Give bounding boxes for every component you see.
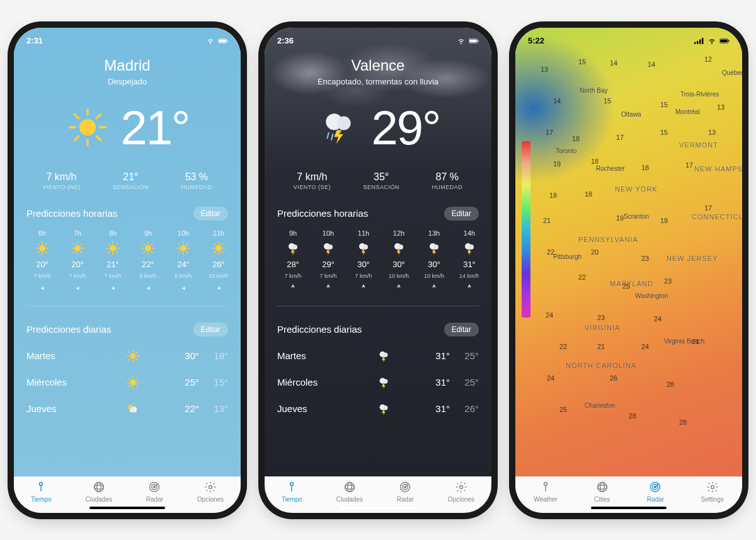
home-indicator[interactable] (340, 507, 416, 509)
map-temp-value: 15 (660, 129, 668, 136)
tab-cities[interactable]: Cities (594, 481, 610, 503)
map-temp-value: 15 (578, 58, 586, 66)
tab-radar[interactable]: Radar (397, 481, 414, 503)
hour-label: 12h (393, 229, 404, 237)
edit-daily-button[interactable]: Editar (444, 323, 479, 336)
thunderstorm-icon (316, 105, 360, 149)
map-place-label: Scranton (624, 213, 649, 220)
tab-opciones[interactable]: Opciones (448, 481, 474, 503)
map-temp-value: 13 (717, 103, 724, 111)
tab-icon (343, 481, 356, 495)
status-icons (694, 37, 730, 45)
hour-column[interactable]: 10h24°8 km/h (168, 229, 199, 294)
svg-point-95 (130, 408, 134, 412)
map-place-label: Rochester (596, 165, 625, 172)
home-indicator[interactable] (591, 507, 667, 509)
map-temp-value: 28 (679, 418, 687, 426)
stat-wind: 7 km/hVIENTO (NE) (43, 171, 81, 190)
hour-column[interactable]: 6h20°7 km/h (26, 229, 58, 294)
svg-point-3 (79, 119, 95, 135)
home-indicator[interactable] (89, 507, 165, 509)
hour-column[interactable]: 9h28°7 km/h (277, 229, 309, 294)
hour-wind: 7 km/h (284, 273, 301, 279)
svg-point-124 (469, 244, 474, 250)
hour-temp: 22° (142, 260, 154, 269)
daily-row[interactable]: Miércoles31°25° (277, 369, 479, 396)
hour-column[interactable]: 8h21°7 km/h (97, 229, 129, 294)
city-name: Madrid (26, 57, 228, 74)
hourly-row[interactable]: 9h28°7 km/h10h29°7 km/h11h30°7 km/h12h30… (277, 229, 479, 294)
daily-row[interactable]: Martes30°18° (26, 343, 228, 369)
stats-row: 7 km/hVIENTO (SE) 35°SENSACIÓN 87 %HUMED… (277, 171, 479, 190)
svg-point-116 (328, 244, 333, 250)
hourly-row[interactable]: 6h20°7 km/h7h20°7 km/h8h21°7 km/h9h22°8 … (26, 229, 228, 294)
hour-label: 14h (464, 229, 475, 237)
day-weather-icon (346, 376, 421, 389)
day-high: 31° (421, 403, 450, 414)
tab-tiempo[interactable]: Tiempo (282, 481, 302, 503)
map-place-label: Washington (635, 292, 668, 299)
daily-row[interactable]: Jueves31°26° (277, 396, 479, 422)
map-temp-value: 18 (549, 192, 557, 199)
feels-value: 21° (113, 171, 149, 183)
tab-tiempo[interactable]: Tiempo (31, 481, 52, 503)
hour-column[interactable]: 7h20°7 km/h (62, 229, 93, 294)
tab-ciudades[interactable]: Ciudades (336, 481, 363, 503)
hour-column[interactable]: 14h31°14 km/h (454, 229, 479, 294)
tab-radar[interactable]: Radar (647, 481, 664, 503)
daily-row[interactable]: Miércoles25°15° (26, 369, 228, 396)
tab-ciudades[interactable]: Ciudades (86, 481, 112, 503)
hourly-header: Predicciones horarias Editar (26, 207, 228, 221)
svg-line-36 (116, 251, 117, 253)
tab-icon (399, 481, 411, 495)
edit-daily-button[interactable]: Editar (193, 323, 228, 336)
hour-column[interactable]: 13h30°10 km/h (418, 229, 450, 294)
edit-hourly-button[interactable]: Editar (444, 207, 479, 221)
tab-radar[interactable]: Radar (146, 481, 163, 503)
map-temp-value: 14 (648, 60, 655, 68)
hour-temp: 26° (212, 260, 225, 269)
map-temp-value: 15 (660, 101, 668, 108)
hourly-title: Predicciones horarias (277, 208, 368, 219)
radar-map[interactable]: Québec CityNorth BayTrois-RivièresOttawa… (515, 28, 742, 476)
hour-column[interactable]: 11h30°7 km/h (348, 229, 379, 294)
edit-hourly-button[interactable]: Editar (193, 207, 228, 221)
scroll-area[interactable]: Valence Encapotado, tormentas con lluvia… (265, 28, 491, 476)
svg-line-20 (45, 244, 47, 245)
map-temp-value: 21 (597, 343, 605, 350)
tab-label: Opciones (197, 496, 224, 503)
svg-rect-1 (219, 39, 226, 42)
status-time: 5:22 (528, 36, 544, 45)
hour-weather-icon (356, 241, 371, 256)
svg-line-28 (73, 251, 74, 253)
tab-opciones[interactable]: Opciones (197, 481, 224, 503)
status-bar: 2:36 (265, 28, 491, 50)
scroll-area[interactable]: Madrid Despejado 21° 7 km/hVIENTO (NE) 2… (14, 28, 241, 476)
weather-content: Madrid Despejado 21° 7 km/hVIENTO (NE) 2… (14, 28, 241, 513)
city-name: Valence (277, 57, 479, 74)
daily-row[interactable]: Martes31°25° (277, 343, 479, 369)
tab-settings[interactable]: Settings (701, 481, 724, 503)
daily-row[interactable]: Jueves22°13° (26, 396, 228, 422)
hour-column[interactable]: 9h22°8 km/h (132, 229, 164, 294)
day-name: Miércoles (26, 377, 96, 388)
day-high: 31° (421, 350, 450, 361)
map-temp-value: 18 (641, 164, 649, 171)
map-place-label: VIRGINIA (585, 324, 620, 331)
svg-line-38 (116, 244, 117, 245)
humidity-label: HUMEDAD (181, 184, 212, 190)
hour-column[interactable]: 10h29°7 km/h (312, 229, 344, 294)
hour-column[interactable]: 12h30°10 km/h (383, 229, 415, 294)
temperature-legend (522, 141, 530, 318)
daily-title: Predicciones diarias (26, 324, 111, 335)
tab-label: Ciudades (336, 496, 363, 503)
stat-humidity: 87 %HUMEDAD (432, 171, 462, 190)
tab-weather[interactable]: Weather (534, 481, 558, 503)
day-high: 31° (421, 377, 450, 388)
svg-point-12 (39, 245, 45, 251)
hour-temp: 24° (177, 260, 190, 269)
hour-column[interactable]: 11h26°10 km/h (203, 229, 228, 294)
wind-direction-icon (465, 283, 474, 294)
map-temp-value: 14 (553, 97, 561, 105)
map-temp-value: 12 (704, 55, 712, 63)
